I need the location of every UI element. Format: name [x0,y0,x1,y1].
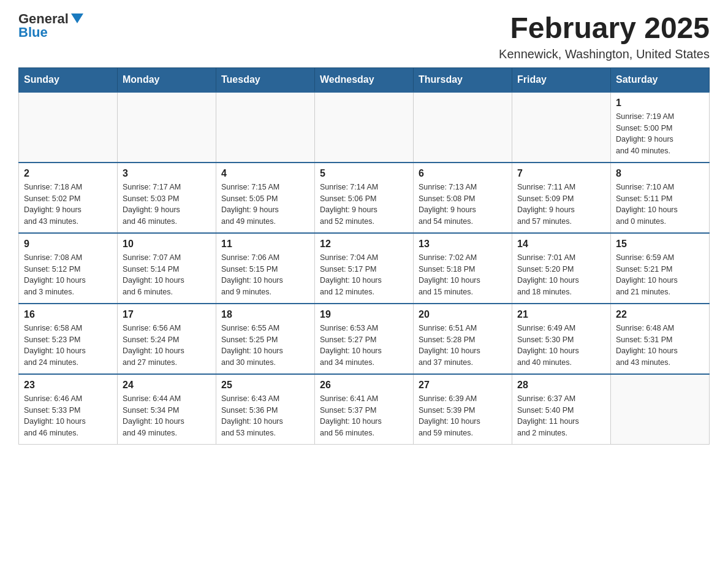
page-header: General Blue February 2025 Kennewick, Wa… [18,12,710,61]
calendar-day-cell: 28Sunrise: 6:37 AMSunset: 5:40 PMDayligh… [512,374,611,445]
day-number: 2 [24,168,112,179]
day-number: 6 [419,168,507,179]
day-info: Sunrise: 6:59 AMSunset: 5:21 PMDaylight:… [616,252,704,298]
day-info: Sunrise: 7:10 AMSunset: 5:11 PMDaylight:… [616,182,704,228]
calendar-day-cell [611,374,710,445]
day-info: Sunrise: 7:08 AMSunset: 5:12 PMDaylight:… [24,252,112,298]
day-info: Sunrise: 6:41 AMSunset: 5:37 PMDaylight:… [320,393,408,439]
day-number: 8 [616,168,704,179]
day-number: 11 [221,239,309,250]
calendar-day-cell [414,92,512,163]
day-number: 1 [616,98,704,109]
day-number: 22 [616,309,704,320]
calendar-day-cell [216,92,315,163]
calendar-header-wednesday: Wednesday [315,67,414,92]
day-info: Sunrise: 6:49 AMSunset: 5:30 PMDaylight:… [517,323,605,369]
day-number: 23 [24,380,112,391]
calendar-day-cell [315,92,414,163]
calendar-day-cell: 13Sunrise: 7:02 AMSunset: 5:18 PMDayligh… [414,233,512,304]
calendar-header-row: SundayMondayTuesdayWednesdayThursdayFrid… [19,67,710,92]
day-info: Sunrise: 6:53 AMSunset: 5:27 PMDaylight:… [320,323,408,369]
calendar-header-sunday: Sunday [19,67,118,92]
calendar-day-cell: 11Sunrise: 7:06 AMSunset: 5:15 PMDayligh… [216,233,315,304]
calendar-day-cell: 4Sunrise: 7:15 AMSunset: 5:05 PMDaylight… [216,163,315,233]
day-info: Sunrise: 7:06 AMSunset: 5:15 PMDaylight:… [221,252,309,298]
day-number: 15 [616,239,704,250]
title-block: February 2025 Kennewick, Washington, Uni… [499,12,710,61]
calendar-day-cell: 7Sunrise: 7:11 AMSunset: 5:09 PMDaylight… [512,163,611,233]
day-info: Sunrise: 7:01 AMSunset: 5:20 PMDaylight:… [517,252,605,298]
day-number: 18 [221,309,309,320]
day-info: Sunrise: 7:13 AMSunset: 5:08 PMDaylight:… [419,182,507,228]
day-number: 28 [517,380,605,391]
page-subtitle: Kennewick, Washington, United States [499,47,710,61]
day-number: 26 [320,380,408,391]
day-info: Sunrise: 7:11 AMSunset: 5:09 PMDaylight:… [517,182,605,228]
calendar-day-cell: 14Sunrise: 7:01 AMSunset: 5:20 PMDayligh… [512,233,611,304]
calendar-header-thursday: Thursday [414,67,512,92]
calendar-day-cell: 19Sunrise: 6:53 AMSunset: 5:27 PMDayligh… [315,304,414,374]
calendar-day-cell: 20Sunrise: 6:51 AMSunset: 5:28 PMDayligh… [414,304,512,374]
calendar-day-cell [512,92,611,163]
calendar-day-cell: 27Sunrise: 6:39 AMSunset: 5:39 PMDayligh… [414,374,512,445]
calendar-day-cell: 5Sunrise: 7:14 AMSunset: 5:06 PMDaylight… [315,163,414,233]
calendar-table: SundayMondayTuesdayWednesdayThursdayFrid… [18,67,710,445]
logo: General Blue [18,12,83,39]
day-info: Sunrise: 7:02 AMSunset: 5:18 PMDaylight:… [419,252,507,298]
calendar-week-row: 9Sunrise: 7:08 AMSunset: 5:12 PMDaylight… [19,233,710,304]
day-number: 27 [419,380,507,391]
calendar-day-cell: 22Sunrise: 6:48 AMSunset: 5:31 PMDayligh… [611,304,710,374]
day-info: Sunrise: 6:51 AMSunset: 5:28 PMDaylight:… [419,323,507,369]
day-number: 19 [320,309,408,320]
calendar-day-cell: 8Sunrise: 7:10 AMSunset: 5:11 PMDaylight… [611,163,710,233]
day-number: 14 [517,239,605,250]
day-number: 9 [24,239,112,250]
day-info: Sunrise: 6:44 AMSunset: 5:34 PMDaylight:… [123,393,211,439]
calendar-day-cell: 3Sunrise: 7:17 AMSunset: 5:03 PMDaylight… [118,163,216,233]
day-info: Sunrise: 6:39 AMSunset: 5:39 PMDaylight:… [419,393,507,439]
logo-triangle-icon [71,13,83,23]
calendar-day-cell [118,92,216,163]
day-info: Sunrise: 6:55 AMSunset: 5:25 PMDaylight:… [221,323,309,369]
day-number: 21 [517,309,605,320]
calendar-header-monday: Monday [118,67,216,92]
calendar-day-cell: 2Sunrise: 7:18 AMSunset: 5:02 PMDaylight… [19,163,118,233]
calendar-day-cell: 21Sunrise: 6:49 AMSunset: 5:30 PMDayligh… [512,304,611,374]
day-info: Sunrise: 6:43 AMSunset: 5:36 PMDaylight:… [221,393,309,439]
page-title: February 2025 [499,12,710,45]
calendar-week-row: 2Sunrise: 7:18 AMSunset: 5:02 PMDaylight… [19,163,710,233]
calendar-day-cell: 15Sunrise: 6:59 AMSunset: 5:21 PMDayligh… [611,233,710,304]
calendar-day-cell: 10Sunrise: 7:07 AMSunset: 5:14 PMDayligh… [118,233,216,304]
day-info: Sunrise: 6:37 AMSunset: 5:40 PMDaylight:… [517,393,605,439]
calendar-day-cell: 17Sunrise: 6:56 AMSunset: 5:24 PMDayligh… [118,304,216,374]
calendar-header-saturday: Saturday [611,67,710,92]
day-number: 13 [419,239,507,250]
day-info: Sunrise: 7:19 AMSunset: 5:00 PMDaylight:… [616,111,704,157]
calendar-week-row: 16Sunrise: 6:58 AMSunset: 5:23 PMDayligh… [19,304,710,374]
day-number: 24 [123,380,211,391]
calendar-day-cell: 23Sunrise: 6:46 AMSunset: 5:33 PMDayligh… [19,374,118,445]
day-info: Sunrise: 7:04 AMSunset: 5:17 PMDaylight:… [320,252,408,298]
day-number: 3 [123,168,211,179]
day-info: Sunrise: 7:17 AMSunset: 5:03 PMDaylight:… [123,182,211,228]
calendar-header-tuesday: Tuesday [216,67,315,92]
day-info: Sunrise: 6:46 AMSunset: 5:33 PMDaylight:… [24,393,112,439]
day-number: 5 [320,168,408,179]
calendar-header-friday: Friday [512,67,611,92]
calendar-day-cell: 18Sunrise: 6:55 AMSunset: 5:25 PMDayligh… [216,304,315,374]
day-number: 17 [123,309,211,320]
day-info: Sunrise: 6:48 AMSunset: 5:31 PMDaylight:… [616,323,704,369]
day-info: Sunrise: 7:15 AMSunset: 5:05 PMDaylight:… [221,182,309,228]
calendar-day-cell: 1Sunrise: 7:19 AMSunset: 5:00 PMDaylight… [611,92,710,163]
day-info: Sunrise: 7:07 AMSunset: 5:14 PMDaylight:… [123,252,211,298]
day-number: 7 [517,168,605,179]
day-info: Sunrise: 6:58 AMSunset: 5:23 PMDaylight:… [24,323,112,369]
day-info: Sunrise: 7:18 AMSunset: 5:02 PMDaylight:… [24,182,112,228]
svg-marker-0 [71,13,83,23]
logo-general-text: General [18,12,69,26]
day-info: Sunrise: 6:56 AMSunset: 5:24 PMDaylight:… [123,323,211,369]
calendar-day-cell: 16Sunrise: 6:58 AMSunset: 5:23 PMDayligh… [19,304,118,374]
day-info: Sunrise: 7:14 AMSunset: 5:06 PMDaylight:… [320,182,408,228]
calendar-day-cell: 6Sunrise: 7:13 AMSunset: 5:08 PMDaylight… [414,163,512,233]
calendar-day-cell: 24Sunrise: 6:44 AMSunset: 5:34 PMDayligh… [118,374,216,445]
